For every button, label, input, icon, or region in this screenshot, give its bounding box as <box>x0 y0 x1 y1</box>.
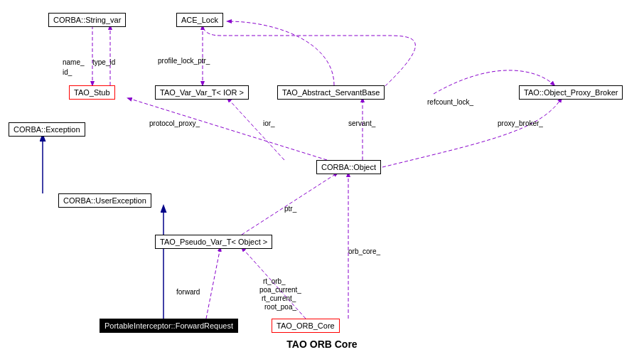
label-id: id_ <box>63 68 72 76</box>
node-ace-lock: ACE_Lock <box>176 13 223 27</box>
diagram-title: TAO ORB Core <box>286 339 357 350</box>
label-root-poa: root_poa_ <box>264 303 296 311</box>
label-ptr: ptr_ <box>284 205 296 213</box>
label-profile-lock-ptr: profile_lock_ptr_ <box>158 57 210 65</box>
label-name: name_ <box>63 58 85 66</box>
label-rt-orb: rt_orb_ <box>263 277 286 285</box>
label-servant: servant_ <box>348 119 375 127</box>
svg-line-4 <box>227 98 284 160</box>
edges-svg <box>0 0 644 357</box>
node-corba-user-exception: CORBA::UserException <box>58 193 151 208</box>
node-tao-object-proxy-broker: TAO::Object_Proxy_Broker <box>519 85 623 100</box>
diagram-container: CORBA::String_var ACE_Lock TAO_Stub TAO_… <box>0 0 644 357</box>
node-tao-stub: TAO_Stub <box>69 85 115 100</box>
node-corba-exception: CORBA::Exception <box>9 122 85 137</box>
node-corba-string-var: CORBA::String_var <box>48 13 126 27</box>
label-type-id: type_id <box>92 58 115 66</box>
node-tao-orb-core: TAO_ORB_Core <box>272 319 340 333</box>
svg-line-11 <box>206 247 220 319</box>
label-protocol-proxy: protocol_proxy_ <box>149 119 200 127</box>
label-orb-core: orb_core_ <box>348 247 380 255</box>
node-tao-pseudo-var-t: TAO_Pseudo_Var_T< Object > <box>155 235 272 249</box>
label-refcount-lock: refcount_lock_ <box>427 98 473 106</box>
label-rt-current: rt_current_ <box>262 294 296 302</box>
node-tao-abstract-servant-base: TAO_Abstract_ServantBase <box>277 85 385 100</box>
svg-line-5 <box>128 98 327 160</box>
node-corba-object: CORBA::Object <box>316 160 381 174</box>
svg-line-6 <box>242 173 338 235</box>
node-tao-var-var-t: TAO_Var_Var_T< IOR > <box>155 85 249 100</box>
label-forward: forward <box>176 288 200 296</box>
label-ior: ior_ <box>263 119 275 127</box>
label-proxy-broker: proxy_broker_ <box>498 119 543 127</box>
label-poa-current: poa_current_ <box>259 286 301 294</box>
node-portable-interceptor-forward-request: PortableInterceptor::ForwardRequest <box>100 319 238 333</box>
